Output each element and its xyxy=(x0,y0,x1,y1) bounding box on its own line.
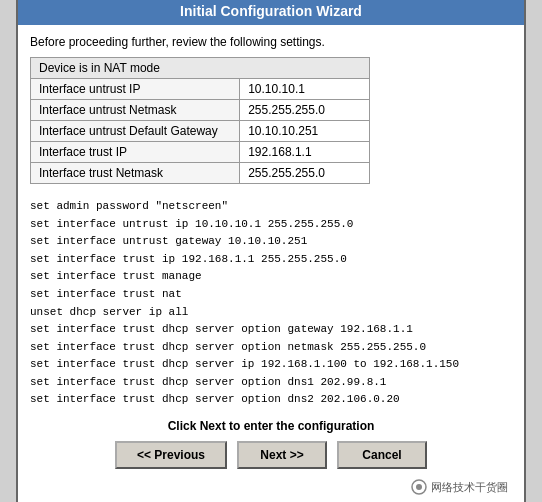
wizard-body: Before proceeding further, review the fo… xyxy=(18,25,524,502)
setting-value: 255.255.255.0 xyxy=(240,162,370,183)
table-row: Interface untrust Netmask255.255.255.0 xyxy=(31,99,370,120)
intro-text: Before proceeding further, review the fo… xyxy=(30,35,512,49)
setting-label: Interface trust Netmask xyxy=(31,162,240,183)
code-block: set admin password "netscreen" set inter… xyxy=(30,198,512,409)
watermark-icon xyxy=(411,479,427,495)
setting-label: Interface untrust Default Gateway xyxy=(31,120,240,141)
settings-table: Device is in NAT modeInterface untrust I… xyxy=(30,57,370,184)
wizard-title: Initial Configuration Wizard xyxy=(180,3,362,19)
cancel-button[interactable]: Cancel xyxy=(337,441,427,469)
svg-point-1 xyxy=(416,484,422,490)
setting-value: 10.10.10.251 xyxy=(240,120,370,141)
table-row: Interface trust Netmask255.255.255.0 xyxy=(31,162,370,183)
table-row: Device is in NAT mode xyxy=(31,57,370,78)
wizard-container: Initial Configuration Wizard Before proc… xyxy=(16,0,526,502)
watermark-text: 网络技术干货圈 xyxy=(431,480,508,495)
watermark: 网络技术干货圈 xyxy=(30,479,512,495)
setting-value: 192.168.1.1 xyxy=(240,141,370,162)
nat-mode-cell: Device is in NAT mode xyxy=(31,57,370,78)
previous-button[interactable]: << Previous xyxy=(115,441,227,469)
table-row: Interface untrust IP10.10.10.1 xyxy=(31,78,370,99)
table-row: Interface untrust Default Gateway10.10.1… xyxy=(31,120,370,141)
wizard-header: Initial Configuration Wizard xyxy=(18,0,524,25)
click-next-label: Click Next to enter the configuration xyxy=(30,419,512,433)
table-row: Interface trust IP192.168.1.1 xyxy=(31,141,370,162)
setting-label: Interface untrust Netmask xyxy=(31,99,240,120)
setting-value: 255.255.255.0 xyxy=(240,99,370,120)
setting-label: Interface untrust IP xyxy=(31,78,240,99)
next-button[interactable]: Next >> xyxy=(237,441,327,469)
button-row: << Previous Next >> Cancel xyxy=(30,441,512,479)
setting-value: 10.10.10.1 xyxy=(240,78,370,99)
setting-label: Interface trust IP xyxy=(31,141,240,162)
